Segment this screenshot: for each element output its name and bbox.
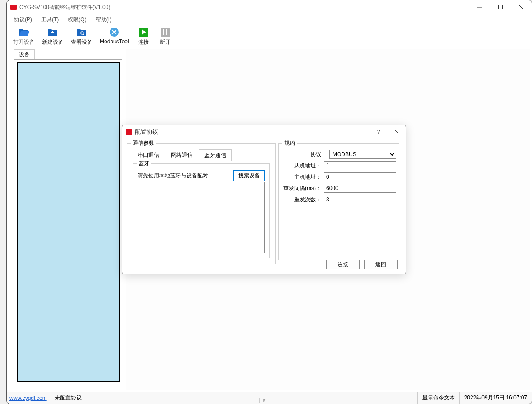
dialog-title: 配置协议 (135, 128, 158, 136)
devices-tab[interactable]: 设备 (14, 49, 35, 60)
comm-tabs: 串口通信 网络通信 蓝牙通信 (132, 149, 271, 161)
menu-tools[interactable]: 工具(T) (37, 14, 63, 25)
dialog-title-bar: 配置协议 ? (122, 125, 406, 139)
play-icon (138, 27, 149, 37)
view-device-button[interactable]: 查看设备 (67, 26, 96, 47)
bottom-hash: # (259, 398, 265, 403)
tool-icon (109, 27, 120, 37)
label-protocol: 协议： (282, 151, 327, 158)
bt-device-list[interactable] (138, 182, 265, 253)
label-slave-addr: 从机地址： (282, 162, 321, 170)
maximize-button[interactable] (490, 0, 511, 14)
dialog-connect-button[interactable]: 连接 (326, 260, 360, 269)
tab-network[interactable]: 网络通信 (165, 149, 199, 161)
svg-rect-15 (126, 129, 132, 135)
svg-rect-2 (499, 5, 503, 9)
status-bar: www.cygdl.com 未配置协议 显示命令文本 2022年09月15日 1… (7, 392, 532, 404)
minimize-button[interactable] (469, 0, 490, 14)
disconnect-label: 断开 (160, 38, 171, 46)
label-retry-count: 重发次数： (282, 196, 321, 204)
folder-plus-icon (47, 27, 58, 37)
open-device-label: 打开设备 (13, 38, 35, 46)
title-bar: CYG-SV100智能终端维护软件(V1.00) (7, 0, 532, 14)
protocol-group: 规约 协议： MODBUS 从机地址： 主机地址： 重发间隔(ms) (278, 143, 399, 260)
toolbar: 打开设备 新建设备 查看设备 ModbusTool 连接 断开 (7, 25, 532, 48)
show-cmd-text-button[interactable]: 显示命令文本 (422, 394, 455, 402)
resend-interval-input[interactable] (324, 184, 396, 193)
folder-open-icon (19, 27, 29, 37)
folder-search-icon (76, 27, 87, 37)
new-device-label: 新建设备 (42, 38, 64, 46)
menu-bar: 协议(P) 工具(T) 权限(Q) 帮助(I) (7, 14, 532, 25)
dialog-body: 通信参数 串口通信 网络通信 蓝牙通信 蓝牙 请先使用本地蓝牙与设备配对 搜索设… (122, 139, 406, 274)
bluetooth-group: 蓝牙 请先使用本地蓝牙与设备配对 搜索设备 (133, 163, 270, 258)
menu-permission[interactable]: 权限(Q) (63, 14, 91, 25)
modbus-tool-button[interactable]: ModbusTool (96, 26, 133, 46)
modbus-tool-label: ModbusTool (100, 38, 129, 45)
devices-panel (14, 59, 122, 385)
menu-protocol[interactable]: 协议(P) (9, 14, 37, 25)
close-button[interactable] (511, 0, 532, 14)
bt-message: 请先使用本地蓝牙与设备配对 (138, 172, 208, 180)
pause-icon (160, 27, 171, 37)
tab-bluetooth[interactable]: 蓝牙通信 (199, 149, 232, 161)
slave-addr-input[interactable] (324, 161, 396, 170)
svg-rect-6 (52, 31, 53, 33)
window-title: CYG-SV100智能终端维护软件(V1.00) (19, 4, 110, 11)
comm-legend: 通信参数 (131, 139, 156, 147)
retry-count-input[interactable] (324, 195, 396, 204)
config-protocol-dialog: 配置协议 ? 通信参数 串口通信 网络通信 蓝牙通信 蓝牙 请先使用本地蓝牙与设… (122, 125, 406, 274)
new-device-button[interactable]: 新建设备 (38, 26, 67, 47)
status-timestamp: 2022年09月15日 16:07:07 (459, 392, 532, 404)
status-url[interactable]: www.cygdl.com (7, 395, 50, 401)
dialog-close-button[interactable] (388, 125, 406, 139)
svg-rect-0 (10, 5, 17, 10)
protocol-select[interactable]: MODBUS (329, 150, 396, 159)
tab-serial[interactable]: 串口通信 (132, 149, 165, 161)
devices-tab-wrap: 设备 (14, 49, 35, 60)
disconnect-button[interactable]: 断开 (154, 26, 176, 47)
bt-search-button[interactable]: 搜索设备 (233, 170, 265, 181)
bt-legend: 蓝牙 (137, 160, 151, 167)
connect-button[interactable]: 连接 (133, 26, 154, 47)
comm-params-group: 通信参数 串口通信 网络通信 蓝牙通信 蓝牙 请先使用本地蓝牙与设备配对 搜索设… (127, 143, 276, 264)
svg-rect-14 (166, 29, 167, 35)
open-device-button[interactable]: 打开设备 (9, 26, 38, 47)
devices-tree[interactable] (17, 62, 120, 382)
connect-label: 连接 (138, 38, 149, 46)
svg-rect-12 (161, 28, 170, 37)
label-master-addr: 主机地址： (282, 173, 321, 181)
dialog-help-button[interactable]: ? (370, 125, 388, 139)
svg-rect-13 (163, 29, 164, 35)
view-device-label: 查看设备 (71, 38, 93, 46)
app-icon (126, 129, 132, 135)
label-resend-interval: 重发间隔(ms)： (282, 185, 321, 192)
menu-help[interactable]: 帮助(I) (91, 14, 116, 25)
proto-legend: 规约 (282, 139, 297, 147)
dialog-back-button[interactable]: 返回 (364, 260, 398, 269)
status-protocol: 未配置协议 (50, 392, 86, 404)
app-icon (10, 5, 17, 10)
master-addr-input[interactable] (324, 172, 396, 181)
